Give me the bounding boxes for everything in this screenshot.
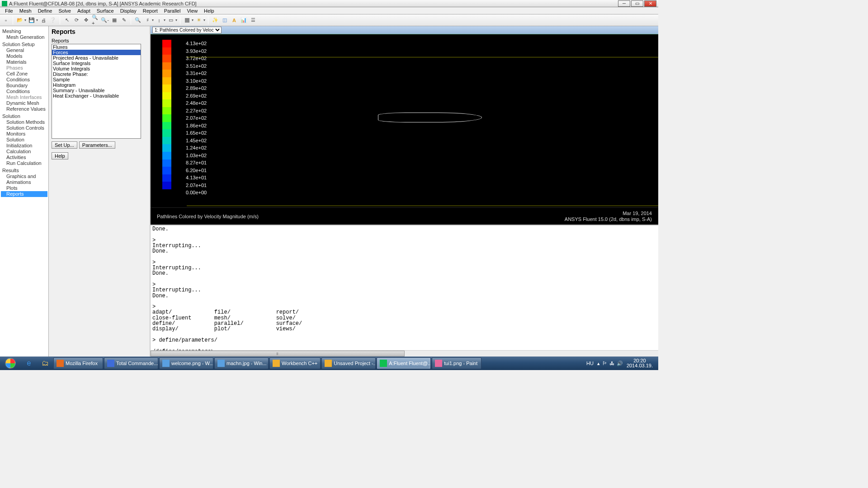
render-icon[interactable] bbox=[183, 16, 191, 24]
taskbar-item[interactable]: A:Fluent Fluent@... bbox=[377, 357, 431, 369]
tray-network-icon[interactable]: 🖧 bbox=[609, 361, 614, 366]
rotate-icon[interactable]: ⟳ bbox=[72, 16, 80, 24]
report-item[interactable]: Forces bbox=[52, 50, 141, 55]
taskbar-item[interactable]: Workbench C++ bbox=[269, 357, 321, 369]
graphics-window-select[interactable]: 1: Pathlines Colored by Veloc bbox=[152, 27, 222, 33]
minimize-button[interactable]: ─ bbox=[618, 0, 630, 7]
probe-icon[interactable]: ✎ bbox=[120, 16, 128, 24]
taskbar-item[interactable]: Unsaved Project -... bbox=[321, 357, 376, 369]
taskbar-item[interactable]: Mozilla Firefox bbox=[53, 357, 103, 369]
open-icon[interactable]: 📂 bbox=[16, 16, 24, 24]
tree-reports[interactable]: Reports bbox=[1, 191, 47, 197]
report-item[interactable]: Heat Exchanger - Unavailable bbox=[52, 93, 141, 99]
new-icon[interactable]: ▫ bbox=[2, 16, 10, 24]
annotate-icon[interactable]: A bbox=[230, 16, 238, 24]
tree-calc-activities[interactable]: Calculation Activities bbox=[1, 149, 47, 160]
zoom-out-icon[interactable]: 🔍- bbox=[101, 16, 109, 24]
task-app-icon bbox=[325, 360, 332, 367]
axes-icon[interactable]: ♯ bbox=[143, 16, 151, 24]
ruler-icon[interactable]: ↕ bbox=[155, 16, 163, 24]
console-hscrollbar[interactable] bbox=[151, 350, 658, 357]
print-icon[interactable]: 🖨 bbox=[39, 16, 47, 24]
tree-solution-init[interactable]: Solution Initialization bbox=[1, 137, 47, 149]
report-item[interactable]: Summary - Unavailable bbox=[52, 88, 141, 93]
tree-reference-values[interactable]: Reference Values bbox=[1, 106, 47, 112]
tree-cell-zone[interactable]: Cell Zone Conditions bbox=[1, 71, 47, 83]
lights-icon[interactable]: ☀ bbox=[195, 16, 203, 24]
menu-adapt[interactable]: Adapt bbox=[74, 8, 94, 14]
pinned-ie-icon[interactable]: e bbox=[22, 357, 36, 369]
menu-help[interactable]: Help bbox=[201, 8, 217, 14]
arrange-icon[interactable]: ◫ bbox=[221, 16, 229, 24]
parameters-button[interactable]: Parameters... bbox=[79, 141, 115, 149]
taskbar-item[interactable]: machn.jpg - Win... bbox=[214, 357, 269, 369]
menu-mesh[interactable]: Mesh bbox=[16, 8, 35, 14]
tree-cat-meshing: Meshing bbox=[1, 28, 47, 34]
report-item[interactable]: Surface Integrals bbox=[52, 61, 141, 66]
clock[interactable]: 20:20 2014.03.19. bbox=[627, 358, 653, 368]
tree-materials[interactable]: Materials bbox=[1, 59, 47, 65]
save-icon[interactable]: 💾 bbox=[28, 16, 36, 24]
close-button[interactable]: ✕ bbox=[644, 0, 656, 7]
menu-report[interactable]: Report bbox=[140, 8, 161, 14]
menu-solve[interactable]: Solve bbox=[55, 8, 74, 14]
reports-listbox[interactable]: FluxesForcesProjected Areas - Unavailabl… bbox=[52, 44, 141, 139]
taskbar-item[interactable]: Total Commande... bbox=[104, 357, 158, 369]
colormap-icon[interactable]: 📊 bbox=[240, 16, 248, 24]
menu-define[interactable]: Define bbox=[35, 8, 56, 14]
maximize-button[interactable]: ▭ bbox=[631, 0, 643, 7]
language-indicator[interactable]: HU bbox=[586, 361, 594, 366]
zoom-in-icon[interactable]: 🔍+ bbox=[91, 16, 99, 24]
tray-flag-icon[interactable]: ▴ bbox=[597, 361, 600, 366]
setup-button[interactable]: Set Up... bbox=[52, 141, 77, 149]
graphics-tab-bar: 1: Pathlines Colored by Veloc bbox=[151, 26, 658, 34]
taskbar-item[interactable]: tui1.png - Paint bbox=[432, 357, 481, 369]
help-icon[interactable]: ❔ bbox=[49, 16, 57, 24]
caption-version: ANSYS Fluent 15.0 (2d, dbns imp, S-A) bbox=[565, 216, 652, 222]
tree-general[interactable]: General bbox=[1, 47, 47, 53]
help-button[interactable]: Help bbox=[52, 152, 68, 160]
tree-monitors[interactable]: Monitors bbox=[1, 131, 47, 137]
tree-run-calculation[interactable]: Run Calculation bbox=[1, 160, 47, 166]
tree-phases[interactable]: Phases bbox=[1, 65, 47, 71]
report-item[interactable]: Projected Areas - Unavailable bbox=[52, 55, 141, 61]
task-app-icon bbox=[217, 360, 225, 367]
tree-mesh-interfaces[interactable]: Mesh Interfaces bbox=[1, 94, 47, 100]
pointer-icon[interactable]: ↖ bbox=[63, 16, 71, 24]
menu-parallel[interactable]: Parallel bbox=[161, 8, 184, 14]
tree-boundary[interactable]: Boundary Conditions bbox=[1, 83, 47, 94]
options-icon[interactable]: ☰ bbox=[249, 16, 257, 24]
menu-display[interactable]: Display bbox=[117, 8, 140, 14]
report-item[interactable]: Fluxes bbox=[52, 44, 141, 50]
pan-icon[interactable]: ✥ bbox=[82, 16, 90, 24]
scrollbar-thumb[interactable] bbox=[151, 351, 405, 357]
graphics-viewport[interactable]: 4.13e+023.93e+023.72e+023.51e+023.31e+02… bbox=[151, 34, 658, 207]
taskbar-item[interactable]: welcome.png - W... bbox=[159, 357, 213, 369]
menu-view[interactable]: View bbox=[184, 8, 201, 14]
report-item[interactable]: Histogram bbox=[52, 82, 141, 88]
menu-surface[interactable]: Surface bbox=[94, 8, 117, 14]
tree-plots[interactable]: Plots bbox=[1, 185, 47, 191]
start-button[interactable] bbox=[2, 357, 19, 369]
fit-icon[interactable]: 🔍 bbox=[134, 16, 142, 24]
tui-console[interactable]: Done. > Interrupting... Done. > Interrup… bbox=[151, 225, 658, 350]
report-item[interactable]: Discrete Phase: bbox=[52, 71, 141, 77]
tray-action-icon[interactable]: 🏳 bbox=[602, 361, 607, 366]
report-item[interactable]: Volume Integrals bbox=[52, 66, 141, 71]
tree-solution-methods[interactable]: Solution Methods bbox=[1, 119, 47, 125]
pinned-explorer-icon[interactable]: 🗂 bbox=[38, 357, 52, 369]
nav-tree[interactable]: Meshing Mesh Generation Solution Setup G… bbox=[0, 26, 49, 357]
report-item[interactable]: Sample bbox=[52, 77, 141, 82]
tree-mesh-generation[interactable]: Mesh Generation bbox=[1, 34, 47, 40]
zoom-box-icon[interactable]: ▦ bbox=[110, 16, 118, 24]
scene-icon[interactable]: ✨ bbox=[211, 16, 219, 24]
tree-models[interactable]: Models bbox=[1, 53, 47, 59]
task-label: A:Fluent Fluent@... bbox=[389, 361, 431, 366]
viewport-icon[interactable]: ▭ bbox=[167, 16, 175, 24]
tree-solution-controls[interactable]: Solution Controls bbox=[1, 125, 47, 131]
menu-file[interactable]: File bbox=[2, 8, 16, 14]
tree-graphics[interactable]: Graphics and Animations bbox=[1, 174, 47, 185]
menubar: File Mesh Define Solve Adapt Surface Dis… bbox=[0, 7, 658, 14]
tree-dynamic-mesh[interactable]: Dynamic Mesh bbox=[1, 100, 47, 106]
tray-volume-icon[interactable]: 🔊 bbox=[617, 361, 623, 366]
